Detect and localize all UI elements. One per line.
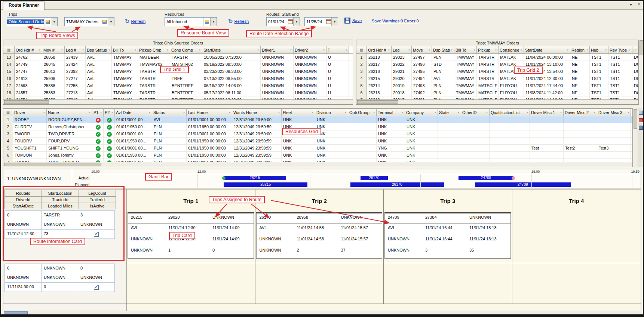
grid-cell[interactable]: Jones,Tommy xyxy=(47,152,92,158)
grid-cell[interactable]: 29023 xyxy=(392,54,412,61)
grid-cell[interactable]: YNG xyxy=(377,145,405,151)
grid-cell[interactable]: MATSCLE xyxy=(477,89,499,96)
grid-cell[interactable] xyxy=(490,152,530,158)
grid-cell[interactable] xyxy=(490,145,530,151)
select-all-cell[interactable]: ▦ xyxy=(356,46,367,53)
grid-cell[interactable]: 01/01/0001 00:00:00 xyxy=(187,116,232,123)
route-end-date-field[interactable]: 11/25/24 ▼ xyxy=(304,17,338,26)
grid-cell[interactable]: STD xyxy=(432,61,454,68)
grid-cell[interactable]: UNKNOWN xyxy=(294,68,326,75)
grid-cell[interactable]: UNK xyxy=(405,123,438,130)
grid-cell[interactable]: TMWMAY xyxy=(454,61,477,68)
column-header[interactable]: OtherID▼ xyxy=(461,109,490,116)
grid-cell[interactable]: 25853 xyxy=(42,89,65,96)
grid-cell[interactable]: 01/01/0001 00... xyxy=(115,130,152,137)
grid-cell[interactable]: UNKNOWN xyxy=(261,54,294,61)
grid-cell[interactable]: 26045 xyxy=(42,61,65,68)
grid-cell[interactable] xyxy=(530,138,564,144)
grid-cell[interactable]: 27494 xyxy=(412,75,432,82)
grid-cell[interactable]: TREE xyxy=(170,75,202,82)
grid-cell[interactable]: AVL xyxy=(86,61,112,68)
save-warnings-link[interactable]: Save Warnings:0 Errors:0 xyxy=(372,19,419,23)
grid-cell[interactable]: TST1 xyxy=(608,61,632,68)
grid-cell[interactable]: BENTTREE xyxy=(170,89,202,96)
is-active-checkbox[interactable]: ✓ xyxy=(94,285,99,290)
grid-cell[interactable] xyxy=(564,130,597,137)
grid-cell[interactable]: PLN xyxy=(152,130,187,137)
chevron-down-icon[interactable]: ▼ xyxy=(51,18,57,26)
grid-cell[interactable] xyxy=(348,138,377,144)
grid-cell[interactable] xyxy=(530,116,564,123)
grid-cell[interactable]: UNKNOWN xyxy=(294,54,326,61)
grid-cell[interactable]: TMWMAY xyxy=(112,61,138,68)
grid-cell[interactable]: 24749 xyxy=(15,61,42,68)
horizontal-scrollbar[interactable] xyxy=(3,99,353,104)
grid-cell[interactable] xyxy=(597,123,631,130)
grid-cell[interactable]: UNK xyxy=(282,152,315,158)
grid-cell[interactable]: UNKNOWN xyxy=(294,89,326,96)
grid-cell[interactable]: 12/31/2049 23:59:59 xyxy=(232,145,282,151)
grid-cell[interactable]: AVL xyxy=(86,68,112,75)
grid-cell[interactable] xyxy=(348,130,377,137)
grid-cell[interactable]: UNK xyxy=(377,138,405,144)
grid-cell[interactable] xyxy=(348,116,377,123)
grid-cell[interactable]: MATLAK xyxy=(499,75,524,82)
grid-cell[interactable]: 03/23/2023 09:33:00 xyxy=(202,68,261,75)
grid-cell[interactable]: TST1 xyxy=(590,61,608,68)
grid-cell[interactable]: UNK xyxy=(377,116,405,123)
grid-cell[interactable]: PLN xyxy=(432,89,454,96)
grid-cell[interactable] xyxy=(490,130,530,137)
grid-cell[interactable]: 29019 xyxy=(392,82,412,89)
grid-cell[interactable]: ✓ xyxy=(104,116,115,123)
grid-cell[interactable]: CHRREV xyxy=(13,123,47,130)
grid-cell[interactable]: Test3 xyxy=(597,145,631,151)
grid-cell[interactable]: 12/31/2049 23:59:00 xyxy=(232,116,282,123)
grid-cell[interactable]: UNK xyxy=(405,152,438,158)
column-header[interactable]: Dsp Status▼ xyxy=(86,46,112,53)
grid-cell[interactable]: TMWMAY xyxy=(112,82,138,89)
grid-cell[interactable]: TWO,DRIVER xyxy=(47,130,92,137)
grid-cell[interactable]: 06/16/2022 14:06:00 xyxy=(202,82,261,89)
gantt-bar[interactable]: 26170 xyxy=(361,176,388,180)
grid-cell[interactable]: 27439 xyxy=(65,54,86,61)
grid-cell[interactable] xyxy=(438,145,461,151)
grid-cell[interactable] xyxy=(564,152,597,158)
grid-cell[interactable]: TARSTR xyxy=(138,89,170,96)
grid-cell[interactable] xyxy=(530,152,564,158)
dock-icon-3[interactable] xyxy=(639,126,643,130)
grid-cell[interactable]: Reeves,Christopher xyxy=(47,123,92,130)
board-view-icon[interactable] xyxy=(44,18,51,26)
column-header[interactable]: Driver1▼ xyxy=(261,46,294,53)
grid-cell[interactable]: NE xyxy=(570,82,590,89)
grid-cell[interactable]: U xyxy=(326,61,349,68)
column-header[interactable]: Company▼ xyxy=(405,109,438,116)
grid-cell[interactable]: 27424 xyxy=(65,61,86,68)
grid-cell[interactable]: UNK xyxy=(405,138,438,144)
grid-cell[interactable]: TMWMAY xyxy=(112,68,138,75)
grid-cell[interactable]: 11/01/2024 12:30:00 xyxy=(524,75,570,82)
chevron-down-icon[interactable]: ▼ xyxy=(293,18,300,26)
horizontal-scrollbar[interactable] xyxy=(3,162,632,167)
grid-cell[interactable]: 01/01/1950 00:00:00 xyxy=(187,138,232,144)
table-row[interactable]: 6262132901827492PLNTMWMAYMATSCLEELRYOU11… xyxy=(356,89,638,96)
grid-cell[interactable]: TMWMAY xyxy=(112,75,138,82)
column-header[interactable]: Last Home▼ xyxy=(187,109,232,116)
grid-cell[interactable] xyxy=(564,138,597,144)
grid-cell[interactable]: 29020 xyxy=(392,75,412,82)
gantt-bar[interactable]: 24709 xyxy=(459,176,513,180)
grid-cell[interactable] xyxy=(348,152,377,158)
grid-cell[interactable] xyxy=(461,123,490,130)
grid-cell[interactable]: 10/05/2022 07:20:00 xyxy=(202,54,261,61)
grid-cell[interactable]: 01/01/0001 00... xyxy=(115,145,152,151)
select-all-cell[interactable]: ▦ xyxy=(3,109,13,116)
grid-cell[interactable]: PLN xyxy=(152,123,187,130)
grid-cell[interactable]: UNKNOWN xyxy=(294,75,326,82)
grid-cell[interactable]: TARSTR xyxy=(138,75,170,82)
grid-cell[interactable]: 27497 xyxy=(412,54,432,61)
column-header[interactable]: Pickup▼ xyxy=(477,46,499,53)
grid-cell[interactable]: 24747 xyxy=(15,68,42,75)
grid-cell[interactable]: TMWMAY xyxy=(454,75,477,82)
table-row[interactable]: 13247622605827439AVLTMWMAYMATBEERTARSTR1… xyxy=(3,54,353,61)
grid-cell[interactable]: ✓ xyxy=(104,138,115,144)
grid-cell[interactable] xyxy=(438,130,461,137)
